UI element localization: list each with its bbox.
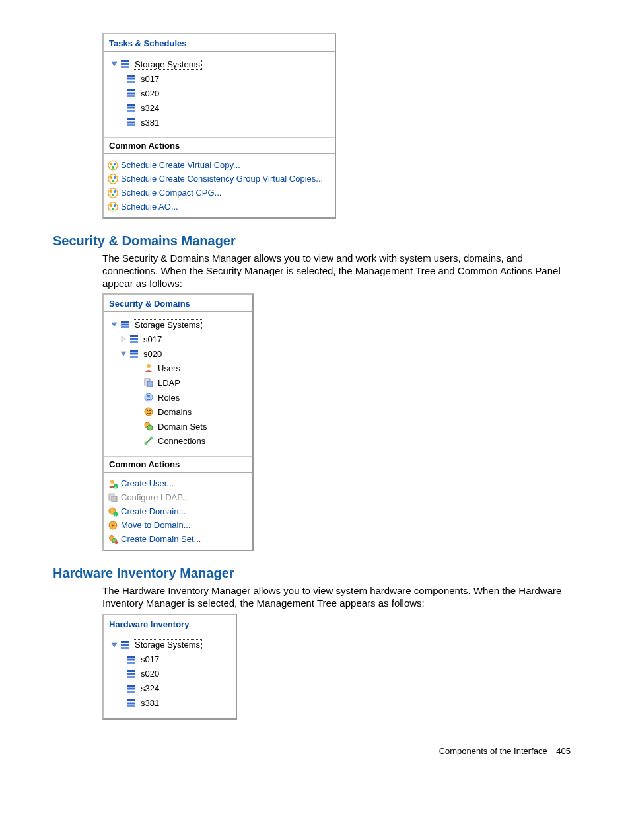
action-label: Schedule Compact CPG... [121,188,221,198]
tree-label: s020 [142,349,163,359]
expander-open-icon[interactable] [110,321,118,328]
tree-label: s381 [139,118,160,128]
tree-item[interactable]: s020 [108,86,331,100]
security-domains-panel: Security & Domains Storage Systems s017 … [102,293,254,551]
common-actions-heading: Common Actions [104,456,252,473]
tree-item[interactable]: s020 [108,346,248,361]
create-domain-action[interactable]: Create Domain... [108,504,248,518]
action-label: Schedule Create Consistency Group Virtua… [121,174,323,184]
tree-label: Domain Sets [157,422,208,432]
common-actions: Create User... Configure LDAP... Create … [104,473,252,550]
tree-label: s324 [139,103,160,113]
storage-icon [126,88,137,98]
tree-root[interactable]: Storage Systems [108,57,331,71]
create-domain-set-icon [108,534,118,545]
hardware-inventory-panel: Hardware Inventory Storage Systems s017 … [102,614,237,720]
action-link[interactable]: Schedule AO... [108,200,331,213]
section-heading-security: Security & Domains Manager [53,233,577,248]
management-tree: Storage Systems s017 s020 Users LDAP Rol… [104,312,252,456]
roles-icon [143,392,154,402]
ldap-icon [108,492,118,503]
tree-label: s017 [139,74,160,84]
tree-item[interactable]: s020 [108,667,232,681]
expander-open-icon[interactable] [120,350,127,358]
move-domain-icon [108,520,118,531]
tree-item[interactable]: s324 [108,681,232,696]
tree-item[interactable]: s381 [108,696,232,710]
tree-label: Roles [157,393,181,402]
action-link[interactable]: Schedule Create Virtual Copy... [108,158,331,172]
action-label: Create Domain... [121,506,186,516]
section-heading-hardware: Hardware Inventory Manager [53,566,577,581]
users-icon [143,363,154,373]
tree-item-domain-sets[interactable]: Domain Sets [108,419,248,434]
action-label: Move to Domain... [121,520,191,530]
storage-icon [120,640,130,650]
tree-label: Storage Systems [133,59,202,70]
storage-icon [120,59,130,69]
configure-ldap-action: Configure LDAP... [108,490,248,504]
storage-icon [126,698,137,708]
action-label: Create Domain Set... [121,534,201,544]
action-label: Schedule Create Virtual Copy... [121,160,240,170]
tree-item-ldap[interactable]: LDAP [108,375,248,390]
storage-icon [126,683,137,694]
action-label: Schedule AO... [121,202,178,211]
tree-root[interactable]: Storage Systems [108,638,232,652]
tree-item-domains[interactable]: Domains [108,404,248,419]
panel-title: Tasks & Schedules [104,34,335,52]
footer-text: Components of the Interface [439,746,547,756]
tree-label: s381 [139,698,160,708]
tree-item[interactable]: s017 [108,71,331,86]
expander-open-icon[interactable] [110,641,118,649]
storage-icon [129,348,139,359]
expander-closed-icon[interactable] [120,335,127,343]
create-user-action[interactable]: Create User... [108,477,248,490]
tree-label: LDAP [157,378,182,388]
storage-icon [126,669,137,679]
action-link[interactable]: Schedule Create Consistency Group Virtua… [108,172,331,186]
storage-icon [120,319,130,330]
common-actions-heading: Common Actions [104,137,335,154]
create-domain-set-action[interactable]: Create Domain Set... [108,532,248,546]
tree-label: Users [157,363,182,373]
section-body: The Security & Domains Manager allows yo… [102,252,577,289]
storage-icon [126,654,137,665]
tree-item[interactable]: s017 [108,652,232,667]
action-link[interactable]: Schedule Compact CPG... [108,186,331,200]
tree-label: s020 [139,669,160,679]
tree-label: s020 [139,89,160,98]
expander-open-icon[interactable] [110,60,118,68]
create-domain-icon [108,506,118,517]
schedule-icon [108,202,118,212]
tree-item-connections[interactable]: Connections [108,434,248,448]
tree-label: Connections [157,436,207,446]
panel-title: Hardware Inventory [104,615,236,632]
schedule-icon [108,188,118,198]
schedule-icon [108,160,118,171]
tree-label: s017 [142,334,163,344]
tree-item[interactable]: s017 [108,332,248,346]
tree-label: Domains [157,407,193,417]
common-actions: Schedule Create Virtual Copy... Schedule… [104,154,335,217]
connections-icon [143,436,154,446]
tasks-schedules-panel: Tasks & Schedules Storage Systems s017 s… [102,33,336,219]
create-user-icon [108,478,118,489]
management-tree: Storage Systems s017 s020 s324 s381 [104,52,335,137]
tree-root[interactable]: Storage Systems [108,317,248,332]
move-to-domain-action[interactable]: Move to Domain... [108,518,248,532]
page-number: 405 [556,746,571,756]
section-body: The Hardware Inventory Manager allows yo… [102,585,577,610]
tree-item-roles[interactable]: Roles [108,390,248,404]
panel-title: Security & Domains [104,295,252,312]
management-tree: Storage Systems s017 s020 s324 s381 [104,632,236,718]
tree-item-users[interactable]: Users [108,361,248,375]
storage-icon [126,73,137,84]
domain-sets-icon [143,421,154,432]
tree-item[interactable]: s381 [108,115,331,130]
tree-item[interactable]: s324 [108,100,331,115]
tree-label: s324 [139,683,160,693]
storage-icon [126,117,137,128]
storage-icon [129,334,139,344]
tree-label: Storage Systems [133,319,202,330]
